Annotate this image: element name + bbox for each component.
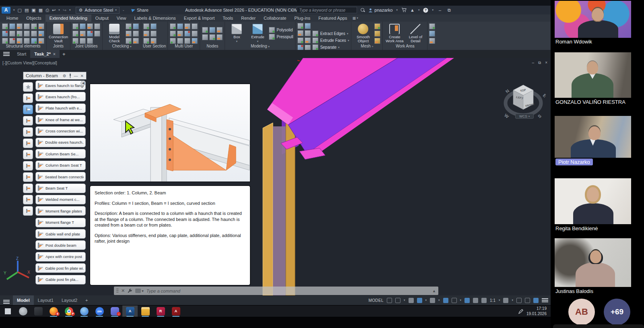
autodesk-a-icon[interactable]: ▲ (410, 8, 415, 12)
palette-category-6[interactable] (23, 150, 33, 159)
tool-icon[interactable] (126, 23, 132, 29)
compass-east[interactable]: E (542, 93, 546, 99)
palette-item[interactable]: Column Beam Seat T (35, 161, 86, 170)
palette-category-10[interactable] (23, 195, 33, 204)
tool-icon[interactable] (2, 38, 8, 44)
annotation-scale[interactable]: 1:1 (490, 298, 495, 303)
snap-toggle-icon[interactable] (395, 298, 400, 303)
panel-label[interactable]: Joint Utilities (70, 44, 102, 50)
taskbar-clock[interactable]: 17:19 19.01.2026 (518, 305, 547, 317)
tool-icon[interactable] (151, 38, 157, 44)
column-web[interactable] (273, 126, 286, 295)
separate-button[interactable]: Separate▾ (312, 44, 349, 50)
account-arrow-icon[interactable]: ▾ (396, 8, 398, 12)
column-left-flange[interactable] (263, 123, 273, 295)
file-tabs-menu-icon[interactable] (3, 52, 10, 56)
tool-icon[interactable] (192, 31, 198, 37)
tool-icon[interactable] (209, 34, 215, 40)
restore-button[interactable]: ⧉ (446, 8, 452, 13)
tool-icon[interactable] (94, 23, 100, 29)
tool-icon[interactable] (305, 37, 311, 43)
tool-icon[interactable] (17, 38, 23, 44)
polar-arrow-icon[interactable]: ▾ (425, 299, 427, 302)
tool-icon[interactable] (170, 23, 176, 29)
participant-video-tile[interactable] (555, 116, 631, 158)
menu-tab-featured-apps[interactable]: Featured Apps (314, 14, 351, 22)
cart-icon[interactable] (401, 8, 407, 12)
participant-video-tile[interactable] (555, 1, 631, 38)
palette-category-0[interactable] (23, 82, 33, 92)
menu-tab-tools[interactable]: Tools (219, 14, 237, 22)
tool-icon[interactable] (38, 23, 44, 29)
tool-icon[interactable] (24, 38, 30, 44)
tool-icon[interactable] (202, 34, 208, 40)
tool-icon[interactable] (133, 31, 139, 37)
drag-handle-icon[interactable] (116, 288, 118, 293)
tool-icon[interactable] (143, 38, 149, 44)
help-search-input[interactable] (297, 7, 357, 13)
tool-icon[interactable] (133, 23, 139, 29)
panel-label[interactable]: Structural elements (0, 44, 46, 50)
palette-item[interactable]: Welded moment c... (35, 195, 86, 204)
pen-input-icon[interactable] (518, 309, 523, 314)
palette-category-1[interactable] (23, 93, 33, 103)
taskbar-app-acrobat[interactable]: A (168, 305, 184, 317)
panel-label[interactable]: Multi User (168, 44, 200, 50)
tool-icon[interactable] (217, 27, 223, 33)
panel-label[interactable]: Nodes (200, 44, 225, 50)
tool-icon[interactable] (80, 31, 86, 37)
taskbar-app-chrome[interactable]: P (61, 305, 76, 317)
more-participants-badge[interactable]: +69 (604, 299, 630, 325)
participant-video-tile[interactable] (555, 238, 631, 287)
menu-overflow-icon[interactable]: ▦▾ (351, 14, 359, 22)
menu-tab-export-import[interactable]: Export & Import (180, 14, 219, 22)
taskbar-app-zoom[interactable]: zm (92, 305, 107, 317)
palette-category-3[interactable] (23, 116, 33, 126)
redo-icon[interactable]: ↪ (63, 8, 66, 12)
palette-scroll-button[interactable]: ◀ (80, 80, 86, 86)
tool-icon[interactable] (133, 38, 139, 44)
tool-icon[interactable] (170, 38, 176, 44)
extrude-button[interactable]: Extrude▾ (248, 24, 267, 43)
isodraft-arrow-icon[interactable]: ▾ (438, 299, 440, 302)
menu-tab-home[interactable]: Home (2, 14, 22, 22)
tool-icon[interactable] (87, 23, 93, 29)
palette-title-bar[interactable]: Column - Beam ⚙ — ✕ (23, 72, 87, 80)
layout-tab-layout2[interactable]: Layout2 (58, 295, 81, 305)
tool-icon[interactable] (24, 23, 30, 29)
tool-icon[interactable] (184, 23, 190, 29)
tool-icon[interactable] (17, 31, 23, 37)
tool-icon[interactable] (151, 31, 157, 37)
level-of-detail-button[interactable]: Level of Detail (406, 24, 425, 43)
participant-video-tile[interactable] (555, 178, 631, 224)
palette-item[interactable]: Beam Seat T (35, 184, 86, 193)
viewport-close-button[interactable]: × (545, 60, 547, 65)
wrench-icon[interactable] (128, 289, 132, 293)
tool-icon[interactable] (126, 31, 132, 37)
menu-tab-output[interactable]: Output (91, 14, 113, 22)
tool-icon[interactable] (217, 34, 223, 40)
tool-icon[interactable] (202, 27, 208, 33)
tool-icon[interactable] (31, 31, 37, 37)
tool-icon[interactable] (305, 30, 311, 36)
panel-label[interactable]: Modeling ▾ (225, 44, 295, 50)
tool-icon[interactable] (209, 27, 215, 33)
palette-item[interactable]: Post double beam (35, 240, 86, 250)
tool-icon[interactable] (38, 38, 44, 44)
tool-icon[interactable] (374, 38, 380, 44)
palette-item[interactable]: Gable post fin pla... (35, 275, 86, 285)
tool-icon[interactable] (297, 23, 303, 29)
tool-icon[interactable] (177, 23, 183, 29)
palette-category-11[interactable] (23, 206, 33, 216)
palette-category-7[interactable] (23, 161, 33, 171)
match-icon[interactable] (429, 38, 435, 44)
tool-icon[interactable] (31, 23, 37, 29)
tool-icon[interactable] (72, 23, 78, 29)
tool-icon[interactable] (374, 23, 380, 29)
taskbar-app-firefox[interactable]: 6 (46, 305, 61, 317)
app-menu-arrow-icon[interactable]: ▾ (13, 8, 15, 12)
create-work-area-button[interactable]: Create Work Area (385, 24, 404, 43)
doc-tab-task-2-[interactable]: Task_2*× (30, 50, 60, 58)
panel-label[interactable]: Joints (47, 44, 70, 50)
palette-item[interactable]: Seated beam connection (35, 172, 86, 182)
